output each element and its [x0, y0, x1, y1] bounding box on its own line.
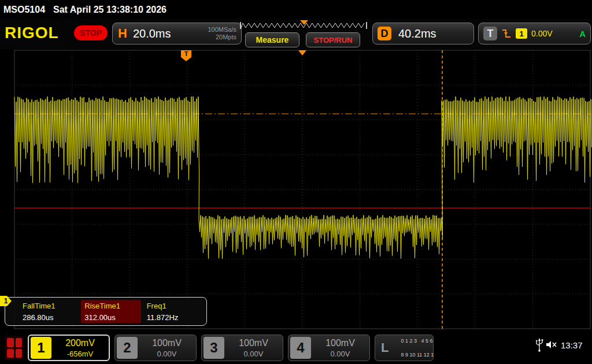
svg-text:T: T [184, 50, 188, 57]
measurement-label: RiseTime1 [84, 302, 137, 310]
channel-1-box[interactable]: 1 200mV -656mV [28, 335, 110, 361]
channel-2-scale: 100mV [138, 338, 196, 348]
channel-3-number: 3 [204, 337, 224, 359]
channel-4-offset: 0.00V [311, 350, 369, 358]
measure-button[interactable]: Measure [245, 32, 299, 47]
channel-3-scale: 100mV [224, 338, 283, 348]
delay-label: D [378, 27, 391, 40]
channel-3-box[interactable]: 3 100mV 0.00V [201, 335, 283, 361]
speaker-muted-icon[interactable] [546, 340, 557, 349]
measurement-panel[interactable]: FallTime1 286.80us RiseTime1 312.00us Fr… [5, 297, 207, 326]
measurement-value: 11.872Hz [147, 313, 199, 322]
logic-label: L [381, 340, 388, 355]
falling-edge-icon [501, 27, 512, 40]
channel-2-offset: 0.00V [138, 350, 196, 358]
channel-1-number: 1 [31, 337, 51, 359]
trigger-label: T [483, 27, 497, 40]
horizontal-label: H [118, 26, 127, 41]
timebase-value: 20.0ms [133, 27, 171, 40]
memory-depth: 20Mpts [216, 34, 236, 40]
logic-row-1: 0 1 2 3 4 5 6 7 [401, 338, 434, 344]
measurement-value: 312.00us [84, 313, 137, 322]
channel-4-number: 4 [290, 337, 311, 359]
delay-value: 40.2ms [398, 27, 436, 40]
trigger-settings-box[interactable]: T 1 0.00V A [478, 23, 591, 44]
measurement-label: FallTime1 [23, 302, 75, 310]
trigger-source-badge: 1 [516, 28, 527, 39]
waveform-display: T [0, 49, 592, 330]
usb-icon [535, 337, 543, 352]
memory-position-bar[interactable] [239, 20, 368, 30]
measurement-item-risetime[interactable]: RiseTime1 312.00us [81, 300, 140, 323]
horizontal-settings-box[interactable]: H 20.0ms 100MSa/s 20Mpts [112, 23, 242, 44]
model-name: MSO5104 [3, 5, 45, 15]
logic-channels-box[interactable]: L 0 1 2 3 4 5 6 7 8 9 10 11 12 13 14 15 [375, 335, 434, 361]
scope-header: RIGOL STOP H 20.0ms 100MSa/s 20Mpts Meas… [0, 19, 592, 49]
main-menu-icon[interactable] [5, 336, 24, 360]
stop-run-button[interactable]: STOP/RUN [306, 32, 360, 47]
delay-settings-box[interactable]: D 40.2ms [372, 23, 474, 44]
waveform-plot[interactable]: T [0, 49, 592, 330]
channel-2-number: 2 [117, 337, 138, 359]
trigger-sweep-mode: A [579, 29, 586, 39]
channel-1-scale: 200mV [51, 338, 109, 348]
trigger-level-value: 0.00V [531, 29, 553, 38]
channel-3-offset: 0.00V [224, 350, 283, 358]
measurement-value: 286.80us [23, 313, 75, 322]
channel-1-offset: -656mV [51, 350, 109, 358]
channel-2-box[interactable]: 2 100mV 0.00V [114, 335, 197, 361]
channel-bar: 1 200mV -656mV 2 100mV 0.00V 3 100mV 0.0… [0, 332, 592, 364]
sample-rate: 100MSa/s [208, 26, 236, 33]
rigol-logo: RIGOL [5, 24, 59, 42]
titlebar: MSO5104 Sat April 25 13:38:10 2026 [0, 0, 592, 19]
channel-4-box[interactable]: 4 100mV 0.00V [288, 335, 370, 361]
measurement-label: Freq1 [147, 302, 199, 310]
datetime-text: Sat April 25 13:38:10 2026 [53, 5, 166, 15]
logic-row-2: 8 9 10 11 12 13 14 15 [401, 352, 434, 358]
run-state-badge: STOP [74, 25, 108, 40]
channel-4-scale: 100mV [311, 338, 369, 348]
measurement-item-freq[interactable]: Freq1 11.872Hz [143, 300, 203, 323]
measurement-item-falltime[interactable]: FallTime1 286.80us [19, 300, 79, 323]
clock-text: 13:37 [561, 340, 583, 350]
